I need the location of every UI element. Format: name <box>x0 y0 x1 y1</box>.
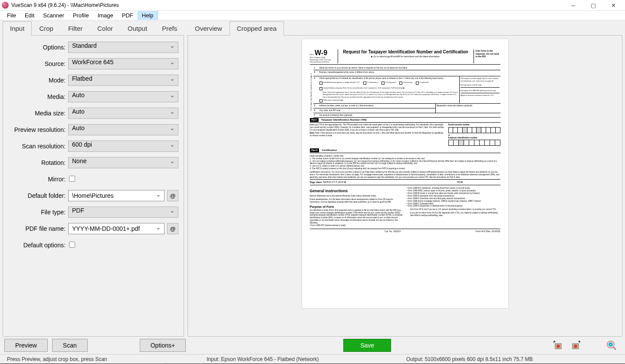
scan-button[interactable]: Scan <box>52 339 88 352</box>
status-right: Output: 5100x6600 pixels 600 dpi 8.5x11 … <box>402 356 537 362</box>
doc-row7: List account number(s) here (optional) <box>313 113 500 118</box>
doc-form-name: W-9 <box>315 49 327 56</box>
at-button-pdf[interactable]: @ <box>167 223 178 234</box>
tab-crop[interactable]: Crop <box>32 21 61 36</box>
menu-profile[interactable]: Profile <box>69 11 93 20</box>
svg-text:+: + <box>610 343 612 347</box>
rotate-left-icon[interactable] <box>550 338 565 353</box>
select-file-type[interactable]: PDF <box>68 207 178 218</box>
label-mirror: Mirror: <box>8 176 68 183</box>
menu-file[interactable]: File <box>3 11 20 20</box>
label-source: Source: <box>8 60 68 67</box>
label-default-options: Default options: <box>8 242 68 249</box>
input-default-folder[interactable] <box>68 190 164 201</box>
label-scan-res: Scan resolution: <box>8 143 68 150</box>
select-media-size[interactable]: Auto <box>68 108 178 119</box>
right-panel: Overview Cropped area Form W-9 (Rev. Oct… <box>187 20 625 337</box>
options-form: Options:Standard Source:WorkForce 645 Mo… <box>3 36 184 337</box>
left-tabs: Input Crop Filter Color Output Prefs <box>3 21 184 36</box>
main-content: Input Crop Filter Color Output Prefs Opt… <box>0 20 625 337</box>
doc-row6: City, state, and ZIP code <box>313 108 435 113</box>
checkbox-default-options[interactable] <box>69 242 75 248</box>
doc-title: Request for Taxpayer Identification Numb… <box>340 49 472 54</box>
doc-dept: Department of the Treasury Internal Reve… <box>310 59 336 63</box>
doc-form-label: Form <box>310 53 314 56</box>
maximize-button[interactable]: ▢ <box>583 0 603 11</box>
svg-point-1 <box>556 344 560 348</box>
label-pdf-file: PDF file name: <box>8 225 68 232</box>
select-media[interactable]: Auto <box>68 91 178 102</box>
doc-give: Give Form to the requester. Do not send … <box>474 49 500 63</box>
titlebar: VueScan 9 x64 (9.6.24) - \\Mac\Home\Pict… <box>0 0 625 11</box>
label-file-type: File type: <box>8 209 68 216</box>
label-media-size: Media size: <box>8 110 68 117</box>
select-options[interactable]: Standard <box>68 42 178 53</box>
doc-row5: Address (number, street, and apt. or sui… <box>313 104 435 108</box>
document-preview: Form W-9 (Rev. October 2018) Department … <box>302 39 508 308</box>
label-media: Media: <box>8 93 68 100</box>
label-preview-res: Preview resolution: <box>8 126 68 133</box>
menu-scanner[interactable]: Scanner <box>39 11 68 20</box>
statusbar: Press Preview, adjust crop box, press Sc… <box>0 354 625 364</box>
preview-button[interactable]: Preview <box>4 339 48 352</box>
menu-help[interactable]: Help <box>138 11 158 20</box>
menu-pdf[interactable]: PDF <box>118 11 138 20</box>
menu-edit[interactable]: Edit <box>20 11 39 20</box>
doc-inst: ▶ Go to www.irs.gov/FormW9 for instructi… <box>340 55 472 58</box>
save-button[interactable]: Save <box>343 339 391 352</box>
doc-row2: Business name/disregarded entity name, i… <box>313 70 500 76</box>
menubar: File Edit Scanner Profile Image PDF Help <box>0 11 625 20</box>
svg-line-5 <box>613 347 616 350</box>
doc-row3: Check appropriate box for federal tax cl… <box>319 77 444 79</box>
label-mode: Mode: <box>8 77 68 84</box>
label-rotation: Rotation: <box>8 159 68 166</box>
svg-point-3 <box>574 344 577 348</box>
input-pdf-file[interactable] <box>68 223 164 234</box>
tab-filter[interactable]: Filter <box>61 21 90 36</box>
rotate-right-icon[interactable] <box>569 338 583 353</box>
minimize-button[interactable]: ─ <box>563 0 583 11</box>
right-tabs: Overview Cropped area <box>188 21 622 36</box>
select-source[interactable]: WorkForce 645 <box>68 58 178 69</box>
label-options: Options: <box>8 44 68 51</box>
preview-area[interactable]: Form W-9 (Rev. October 2018) Department … <box>188 36 622 337</box>
tab-input[interactable]: Input <box>3 21 32 36</box>
checkbox-mirror[interactable] <box>69 176 75 182</box>
tab-cropped-area[interactable]: Cropped area <box>230 21 284 36</box>
window-title: VueScan 9 x64 (9.6.24) - \\Mac\Home\Pict… <box>11 2 563 8</box>
close-button[interactable]: ✕ <box>603 0 623 11</box>
tab-overview[interactable]: Overview <box>188 21 230 36</box>
label-default-folder: Default folder: <box>8 192 68 199</box>
at-button-folder[interactable]: @ <box>167 190 178 201</box>
tab-color[interactable]: Color <box>90 21 120 36</box>
select-scan-res[interactable]: 600 dpi <box>68 141 178 152</box>
status-left: Press Preview, adjust crop box, press Sc… <box>3 356 202 362</box>
zoom-in-icon[interactable]: + <box>604 338 619 353</box>
select-mode[interactable]: Flatbed <box>68 75 178 86</box>
status-center: Input: Epson WorkForce 645 - Flatbed (Ne… <box>202 356 402 362</box>
select-preview-res[interactable]: Auto <box>68 124 178 135</box>
menu-image[interactable]: Image <box>93 11 118 20</box>
left-panel: Input Crop Filter Color Output Prefs Opt… <box>0 20 187 337</box>
select-rotation[interactable]: None <box>68 157 178 168</box>
options-plus-button[interactable]: Options+ <box>140 339 186 352</box>
tab-output[interactable]: Output <box>120 21 155 36</box>
doc-row1: Name (as shown on your income tax return… <box>313 66 500 71</box>
bottom-bar: Preview Scan Options+ Save + <box>0 337 625 354</box>
app-icon <box>2 2 9 9</box>
tab-prefs[interactable]: Prefs <box>155 21 184 36</box>
